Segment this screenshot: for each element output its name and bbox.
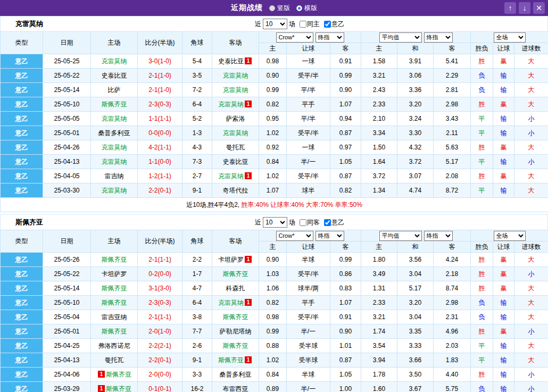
goals-result-cell: 大 <box>514 253 548 267</box>
corner-cell: 6-4 <box>182 97 212 112</box>
corner-cell: 7-7 <box>182 324 212 339</box>
table-row: 意乙25-04-13曼托瓦2-2(0-1)9-1斯佩齐亚11.02受半球0.87… <box>1 353 548 368</box>
league-cell: 意乙 <box>1 169 43 184</box>
full-match-select[interactable]: 全场 <box>494 32 526 43</box>
vertical-layout-radio[interactable]: 竖版 <box>269 4 290 13</box>
league-only-checkbox[interactable] <box>324 219 331 226</box>
company-select[interactable]: Crow* <box>276 32 313 43</box>
final-odds-select[interactable]: 终指 <box>315 231 344 241</box>
home-team-cell-name: 弗洛西诺尼 <box>98 342 130 349</box>
corner-cell: 3-8 <box>182 310 212 324</box>
table-row: 意乙25-05-10斯佩齐亚2-3(0-3)6-4克雷莫纳10.82平手1.07… <box>1 296 548 310</box>
section-away-team: 斯佩齐亚 近 10 场 同客 意乙 类型日期主场比分(半场)角球客场Crow*终… <box>0 214 548 392</box>
score-cell[interactable]: 1-2(1-1) <box>138 169 182 184</box>
score-cell[interactable]: 2-1(1-0) <box>138 69 182 83</box>
asian-handicap: 受平/半 <box>287 169 330 184</box>
score-cell[interactable]: 2-3(0-3) <box>138 296 182 310</box>
score-cell[interactable]: 2-2(0-1) <box>138 353 182 368</box>
league-only-option[interactable]: 意乙 <box>324 218 344 227</box>
corner-cell: 9-1 <box>182 184 212 198</box>
away-team-cell: 桑普多利亚 <box>212 368 259 382</box>
score-cell[interactable]: 4-2(1-1) <box>138 140 182 155</box>
near-label: 近 <box>255 20 261 29</box>
score-cell[interactable]: 2-1(1-1) <box>138 253 182 267</box>
away-team-cell: 萨索洛 <box>212 112 259 126</box>
same-venue-option[interactable]: 同客 <box>300 218 320 227</box>
full-match-select[interactable]: 全场 <box>494 231 526 241</box>
recent-count-select[interactable]: 10 <box>263 217 287 228</box>
result-cell: 胜 <box>471 253 493 267</box>
corner-cell: 2-2 <box>182 253 212 267</box>
away-team-cell: 斯佩齐亚1 <box>212 353 259 368</box>
recent-count-select[interactable]: 10 <box>263 19 287 29</box>
home-team-cell-name: 克雷莫纳 <box>102 187 127 194</box>
league-only-checkbox[interactable] <box>324 21 331 28</box>
move-down-button[interactable]: ↓ <box>519 2 530 14</box>
date-cell: 25-05-25 <box>43 54 91 69</box>
asian-away-odds: 0.91 <box>330 54 361 69</box>
home-team-cell: 史泰比亚 <box>91 69 138 83</box>
home-team-cell: 雷吉亚纳 <box>91 310 138 324</box>
home-team-cell-name: 斯佩齐亚 <box>102 299 127 306</box>
final-odds-select-2[interactable]: 终指 <box>424 231 453 241</box>
radio-selected-icon <box>296 5 302 11</box>
euro-away-odds: 2.29 <box>434 69 471 83</box>
score-cell[interactable]: 2-0(1-0) <box>138 324 182 339</box>
table-row: 意乙25-04-26克雷莫纳4-2(1-1)4-3曼托瓦0.92一球0.971.… <box>1 140 548 155</box>
score-cell[interactable]: 2-0(0-0) <box>138 368 182 382</box>
same-venue-option[interactable]: 同主 <box>300 20 320 29</box>
score-cell[interactable]: 1-1(1-1) <box>138 112 182 126</box>
asian-handicap: 半球 <box>287 368 330 382</box>
away-team-cell-name: 斯佩齐亚 <box>223 313 248 321</box>
euro-draw-odds: 3.07 <box>397 169 434 184</box>
league-cell: 意乙 <box>1 54 43 69</box>
asian-away-odds: 0.83 <box>330 281 361 296</box>
move-up-button[interactable]: ↑ <box>504 2 516 14</box>
score-cell[interactable]: 2-1(1-1) <box>138 310 182 324</box>
table-row: 意乙25-05-14斯佩齐亚3-1(3-0)4-7科森扎1.06球半/两0.83… <box>1 281 548 296</box>
score-cell[interactable]: 2-2(2-1) <box>138 339 182 353</box>
score-cell[interactable]: 2-3(0-3) <box>138 97 182 112</box>
final-odds-select[interactable]: 终指 <box>315 32 344 43</box>
final-odds-select-2[interactable]: 终指 <box>424 32 453 43</box>
home-team-cell-name: 克雷莫纳 <box>102 158 127 165</box>
score-cell[interactable]: 1-1(0-0) <box>138 155 182 169</box>
away-team-cell: 克雷莫纳 <box>212 126 259 140</box>
same-venue-checkbox[interactable] <box>300 219 306 226</box>
result-cell: 平 <box>471 353 493 368</box>
euro-home-odds: 1.50 <box>361 140 397 155</box>
table-row: 意乙25-04-13克雷莫纳1-1(0-0)7-3史泰比亚0.84半/一1.05… <box>1 155 548 169</box>
home-team-cell: 斯佩齐亚 <box>91 324 138 339</box>
league-only-option[interactable]: 意乙 <box>324 20 344 29</box>
table-row: 意乙25-05-22卡坦萨罗0-2(0-0)1-7斯佩齐亚1.03受平/半0.8… <box>1 267 548 281</box>
average-select[interactable]: 平均值 <box>379 231 422 241</box>
horizontal-layout-radio[interactable]: 横版 <box>296 4 317 13</box>
score-cell[interactable]: 0-0(0-0) <box>138 126 182 140</box>
company-select[interactable]: Crow* <box>276 231 313 241</box>
euro-home-odds: 3.34 <box>361 126 397 140</box>
score-cell[interactable]: 0-1(0-1) <box>138 382 182 392</box>
header-corner: 角球 <box>182 32 212 54</box>
close-button[interactable]: ✕ <box>533 2 545 14</box>
corner-cell: 2-7 <box>182 169 212 184</box>
asian-away-odds: 1.07 <box>330 296 361 310</box>
goals-result-cell: 大 <box>514 281 548 296</box>
score-cell[interactable]: 0-2(0-0) <box>138 267 182 281</box>
away-team-cell-name: 史泰比亚 <box>218 57 244 65</box>
average-select[interactable]: 平均值 <box>379 32 422 43</box>
euro-away-odds: 1.83 <box>434 353 471 368</box>
games-label: 场 <box>289 20 295 29</box>
asian-handicap: 半/一 <box>287 324 330 339</box>
home-team-cell-name: 雷吉亚纳 <box>102 313 127 321</box>
score-cell[interactable]: 3-1(3-0) <box>138 281 182 296</box>
away-team-cell-name: 曼托瓦 <box>226 144 245 151</box>
score-cell[interactable]: 3-0(1-0) <box>138 54 182 69</box>
games-label: 场 <box>289 218 295 227</box>
score-cell[interactable]: 2-1(1-0) <box>138 83 182 97</box>
euro-home-odds: 1.74 <box>361 324 397 339</box>
header-select-group: 平均值终指 <box>361 32 471 43</box>
asian-handicap: 受平/半 <box>287 310 330 324</box>
same-venue-checkbox[interactable] <box>300 21 306 28</box>
radio-unselected-icon <box>269 5 275 11</box>
score-cell[interactable]: 2-2(0-1) <box>138 184 182 198</box>
